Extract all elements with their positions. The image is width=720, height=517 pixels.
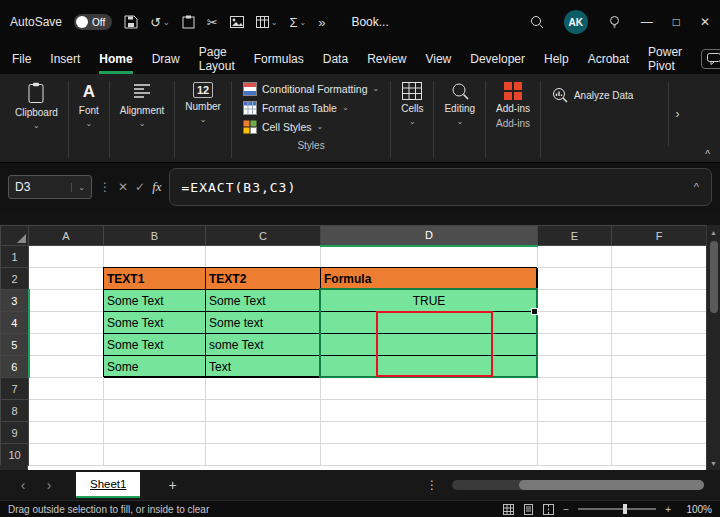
minimize-button[interactable]: — <box>641 15 653 29</box>
tab-review[interactable]: Review <box>367 44 406 74</box>
cell-B1[interactable] <box>104 246 206 268</box>
cell-E6[interactable] <box>538 356 612 378</box>
tab-developer[interactable]: Developer <box>470 44 525 74</box>
previous-sheet-icon[interactable]: ‹ <box>10 477 36 493</box>
select-all-button[interactable] <box>1 226 29 246</box>
cell-E3[interactable] <box>538 290 612 312</box>
cells-group-button[interactable]: Cells ⌄ <box>392 79 432 160</box>
row-header-3[interactable]: 3 <box>1 290 29 312</box>
save-icon[interactable] <box>124 15 138 29</box>
zoom-slider[interactable] <box>578 508 656 510</box>
maximize-button[interactable]: □ <box>673 15 680 29</box>
cell-C6[interactable]: Text <box>206 356 321 378</box>
tab-file[interactable]: File <box>12 44 31 74</box>
cancel-entry-icon[interactable]: ✕ <box>118 180 128 194</box>
cell-B2[interactable]: TEXT1 <box>104 268 206 290</box>
cell-D2[interactable]: Formula <box>321 268 538 290</box>
tab-draw[interactable]: Draw <box>152 44 180 74</box>
autosave-toggle[interactable]: Off <box>74 14 112 30</box>
format-as-table-button[interactable]: Format as Table ⌄ <box>243 98 379 117</box>
cell-D10[interactable] <box>321 444 538 466</box>
row-header-2[interactable]: 2 <box>1 268 29 290</box>
cell-B10[interactable] <box>104 444 206 466</box>
row-header-7[interactable]: 7 <box>1 378 29 400</box>
chevron-down-icon[interactable]: ⌄ <box>163 18 170 27</box>
cell-D1[interactable] <box>321 246 538 268</box>
cell-D7[interactable] <box>321 378 538 400</box>
sheet-tab-sheet1[interactable]: Sheet1 <box>76 472 140 498</box>
cell-B9[interactable] <box>104 422 206 444</box>
tab-data[interactable]: Data <box>323 44 348 74</box>
row-header-9[interactable]: 9 <box>1 422 29 444</box>
ribbon-overflow-button[interactable]: › <box>668 82 686 146</box>
chevron-down-icon[interactable]: ⌄ <box>299 18 306 27</box>
tab-home[interactable]: Home <box>99 44 132 74</box>
undo-button[interactable]: ↺ ⌄ <box>150 15 170 30</box>
cell-A9[interactable] <box>29 422 104 444</box>
paste-icon[interactable] <box>182 15 195 29</box>
cell-D6[interactable] <box>321 356 538 378</box>
cell-B6[interactable]: Some <box>104 356 206 378</box>
expand-formula-bar-icon[interactable]: ^ <box>694 181 699 193</box>
drag-handle-icon[interactable]: ⋮ <box>99 180 111 194</box>
cell-D4[interactable] <box>321 312 538 334</box>
zoom-level[interactable]: 100% <box>680 504 712 515</box>
search-icon[interactable] <box>530 15 544 29</box>
cell-styles-button[interactable]: Cell Styles ⌄ <box>243 117 379 136</box>
tab-view[interactable]: View <box>425 44 451 74</box>
chevron-down-icon[interactable]: ⌄ <box>71 183 85 192</box>
column-header-d[interactable]: D <box>321 226 538 246</box>
zoom-out-icon[interactable]: − <box>563 504 569 515</box>
scroll-down-icon[interactable]: ▼ <box>710 456 717 470</box>
chevron-down-icon[interactable]: ⌄ <box>271 18 278 27</box>
cell-F2[interactable] <box>612 268 707 290</box>
cell-F6[interactable] <box>612 356 707 378</box>
row-header-6[interactable]: 6 <box>1 356 29 378</box>
tab-help[interactable]: Help <box>544 44 569 74</box>
conditional-formatting-button[interactable]: Conditional Formatting ⌄ <box>243 79 379 98</box>
number-group-button[interactable]: 12 Number ⌄ <box>176 79 230 160</box>
name-box[interactable]: D3 ⌄ <box>8 175 92 199</box>
horizontal-scroll-thumb[interactable] <box>519 480 704 490</box>
cell-B8[interactable] <box>104 400 206 422</box>
cell-F8[interactable] <box>612 400 707 422</box>
tab-acrobat[interactable]: Acrobat <box>588 44 629 74</box>
column-header-e[interactable]: E <box>538 226 612 246</box>
cell-F9[interactable] <box>612 422 707 444</box>
table-tool-button[interactable]: ⌄ <box>256 16 278 28</box>
analyze-data-button[interactable]: Analyze Data <box>542 87 643 103</box>
normal-view-icon[interactable] <box>503 504 514 515</box>
cell-B3[interactable]: Some Text <box>104 290 206 312</box>
close-button[interactable]: ✕ <box>700 15 710 29</box>
cell-C8[interactable] <box>206 400 321 422</box>
cell-B4[interactable]: Some Text <box>104 312 206 334</box>
more-commands-icon[interactable]: » <box>318 15 325 30</box>
alignment-group-button[interactable]: Alignment ⌄ <box>111 79 173 160</box>
tab-power-pivot[interactable]: Power Pivot <box>648 44 682 74</box>
column-header-f[interactable]: F <box>612 226 707 246</box>
cell-C3[interactable]: Some Text <box>206 290 321 312</box>
cell-E10[interactable] <box>538 444 612 466</box>
cell-C5[interactable]: some Text <box>206 334 321 356</box>
cell-F7[interactable] <box>612 378 707 400</box>
cell-D8[interactable] <box>321 400 538 422</box>
row-header-4[interactable]: 4 <box>1 312 29 334</box>
next-sheet-icon[interactable]: › <box>36 477 62 493</box>
cell-C7[interactable] <box>206 378 321 400</box>
confirm-entry-icon[interactable]: ✓ <box>135 180 145 194</box>
comments-button[interactable] <box>701 49 720 69</box>
cell-A6[interactable] <box>29 356 104 378</box>
cell-A5[interactable] <box>29 334 104 356</box>
row-header-8[interactable]: 8 <box>1 400 29 422</box>
cell-A7[interactable] <box>29 378 104 400</box>
cell-E5[interactable] <box>538 334 612 356</box>
cell-D3[interactable]: TRUE <box>321 290 538 312</box>
cell-C4[interactable]: Some text <box>206 312 321 334</box>
page-layout-view-icon[interactable] <box>523 504 534 515</box>
cell-F10[interactable] <box>612 444 707 466</box>
font-group-button[interactable]: A Font ⌄ <box>70 79 108 160</box>
avatar[interactable]: AK <box>564 10 588 34</box>
autosum-button[interactable]: Σ ⌄ <box>289 15 306 30</box>
lightbulb-icon[interactable] <box>608 15 621 29</box>
cell-A2[interactable] <box>29 268 104 290</box>
